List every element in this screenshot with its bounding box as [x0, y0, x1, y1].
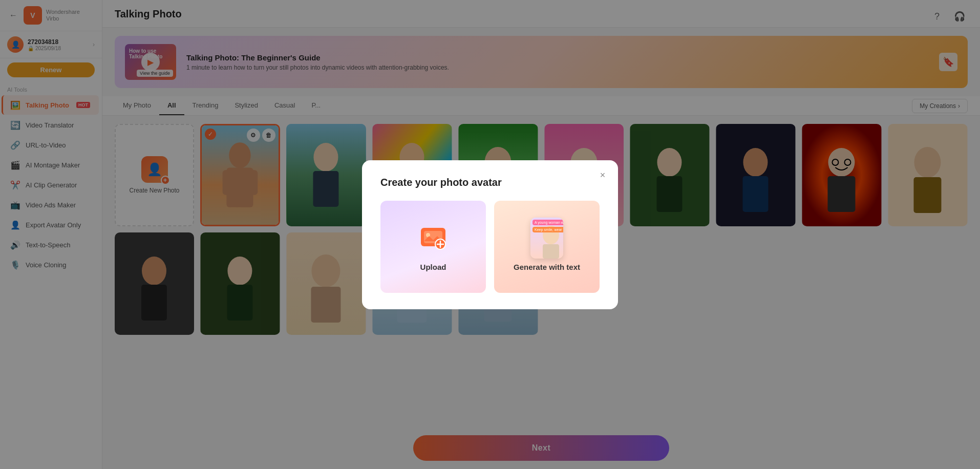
upload-option[interactable]: Upload	[380, 201, 486, 293]
generate-label: Generate with text	[514, 263, 580, 271]
svg-rect-52	[543, 244, 559, 259]
create-photo-modal: × Create your photo avatar	[362, 160, 618, 309]
upload-label: Upload	[420, 263, 446, 271]
upload-icon	[417, 222, 450, 254]
modal-title: Create your photo avatar	[380, 177, 600, 188]
modal-overlay[interactable]: × Create your photo avatar	[0, 0, 980, 469]
modal-close-button[interactable]: ×	[595, 168, 610, 183]
generate-option[interactable]: A young woman with blo... Keep smile, we…	[494, 201, 600, 293]
modal-options: Upload	[380, 201, 600, 293]
generate-icon: A young woman with blo... Keep smile, we…	[530, 222, 563, 254]
